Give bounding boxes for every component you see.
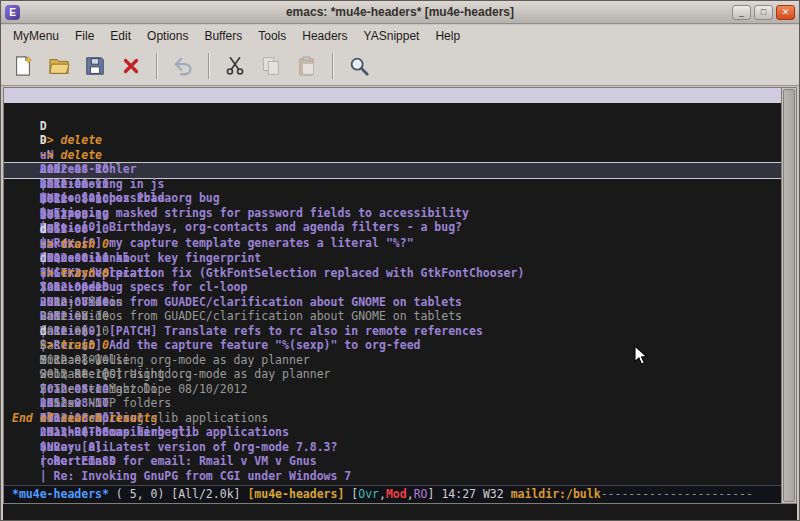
modeline-maildir: maildir:/bulk — [511, 487, 601, 501]
menu-yasnippet[interactable]: YASnippet — [356, 26, 428, 46]
close-button[interactable]: ✕ — [776, 5, 795, 20]
modeline-position: ( 5, 0) — [109, 487, 171, 501]
modeline-major-mode: [mu4e-headers] — [247, 487, 351, 501]
message-row[interactable]: D -> delete uN Andreas Röhler | Re: movi… — [4, 104, 781, 119]
toolbar-separator — [208, 53, 210, 79]
scrollbar-thumb[interactable] — [783, 89, 795, 502]
modeline-bracket: ] — [428, 487, 442, 501]
menu-bar: MyMenu File Edit Options Buffers Tools H… — [1, 25, 799, 47]
menu-file[interactable]: File — [67, 26, 102, 46]
menu-tools[interactable]: Tools — [250, 26, 294, 46]
open-file-icon — [48, 55, 70, 77]
modeline-comma: , — [407, 487, 414, 501]
modeline-window-id: W32 — [483, 487, 511, 501]
menu-headers[interactable]: Headers — [294, 26, 355, 46]
copy-button[interactable] — [255, 51, 287, 81]
work-area: ▼ Date Flgs From/To Subject D -> delete … — [3, 87, 797, 504]
modeline-comma: , — [379, 487, 386, 501]
modeline-readonly-flag: RO — [414, 487, 428, 501]
modeline-dashes: ---------------------- — [601, 487, 753, 501]
title-bar: E emacs: *mu4e-headers* [mu4e-headers] _… — [1, 1, 799, 24]
message-subject: | Re: Invoking GnuPG from CGI under Wind… — [40, 469, 352, 484]
mu4e-headers-window: ▼ Date Flgs From/To Subject D -> delete … — [4, 88, 781, 503]
menu-edit[interactable]: Edit — [102, 26, 139, 46]
echo-area[interactable] — [3, 504, 797, 520]
menu-buffers[interactable]: Buffers — [196, 26, 250, 46]
copy-icon — [260, 55, 282, 77]
paste-button[interactable] — [291, 51, 323, 81]
tool-bar — [1, 47, 799, 86]
modeline-overwrite-flag: Ovr — [358, 487, 379, 501]
open-file-button[interactable] — [43, 51, 75, 81]
modeline-time: 14:27 — [441, 487, 483, 501]
modeline-modified-flag: Mod — [386, 487, 407, 501]
headers-header-line: ▼ Date Flgs From/To Subject — [4, 88, 781, 103]
message-mark: d — [40, 324, 54, 339]
end-of-results-text: End of search results — [4, 411, 781, 426]
message-mark: D — [40, 119, 54, 134]
paste-icon — [296, 55, 318, 77]
save-icon — [84, 55, 106, 77]
undo-button[interactable] — [167, 51, 199, 81]
minimize-button[interactable]: _ — [732, 5, 751, 20]
new-file-icon — [12, 55, 34, 77]
mouse-cursor — [633, 345, 648, 370]
message-mark: d — [40, 251, 54, 266]
menu-options[interactable]: Options — [139, 26, 196, 46]
message-list: D -> delete uN Andreas Röhler | Re: movi… — [4, 103, 781, 485]
vertical-scrollbar[interactable] — [781, 88, 796, 503]
modeline-buffer-name: *mu4e-headers* — [12, 487, 109, 501]
message-from: robertcInSD — [40, 454, 192, 469]
new-file-button[interactable] — [7, 51, 39, 81]
toolbar-separator — [156, 53, 158, 79]
cut-icon — [224, 55, 246, 77]
modeline-size: [All/2.0k] — [171, 487, 247, 501]
message-date: 2012-08-09 — [40, 425, 123, 440]
toolbar-separator — [332, 53, 334, 79]
message-mark: d — [40, 222, 54, 237]
search-button[interactable] — [343, 51, 375, 81]
menu-mymenu[interactable]: MyMenu — [5, 26, 67, 46]
window-title: emacs: *mu4e-headers* [mu4e-headers] — [1, 5, 799, 19]
menu-help[interactable]: Help — [427, 26, 468, 46]
save-button[interactable] — [79, 51, 111, 81]
maximize-button[interactable]: □ — [754, 5, 773, 20]
message-mark: D — [40, 133, 54, 148]
close-buffer-icon — [120, 55, 142, 77]
message-row[interactable]: D -> delete uaN Bastien | Re: [0] possib… — [4, 119, 781, 134]
search-icon — [348, 55, 370, 77]
cut-button[interactable] — [219, 51, 251, 81]
close-buffer-button[interactable] — [115, 51, 147, 81]
emacs-frame: E emacs: *mu4e-headers* [mu4e-headers] _… — [0, 0, 800, 521]
mode-line: *mu4e-headers* ( 5, 0) [All/2.0k] [mu4e-… — [4, 485, 781, 503]
undo-icon — [172, 55, 194, 77]
message-flags: uN — [40, 440, 75, 455]
